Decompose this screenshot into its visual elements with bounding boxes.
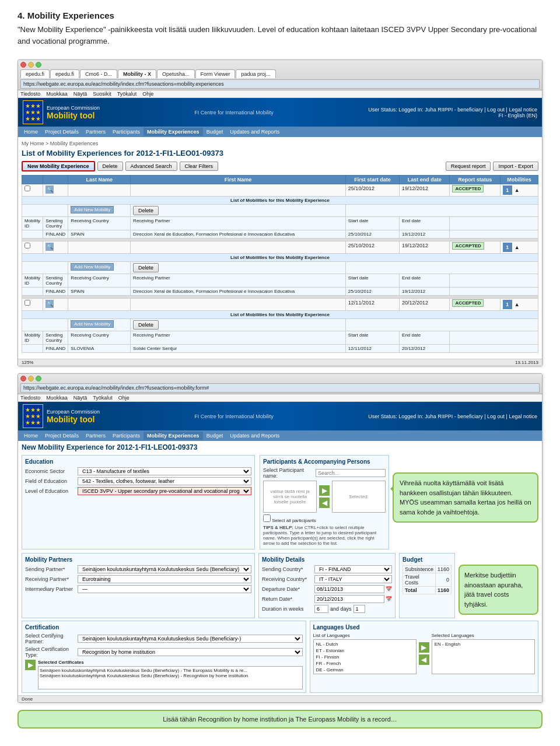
row1-checkbox[interactable] bbox=[24, 185, 30, 191]
row2-up-arrow[interactable]: ▲ bbox=[514, 244, 520, 250]
level-of-education-select[interactable]: ISCED 3VPV - Upper secondary pre-vocatio… bbox=[78, 487, 251, 495]
tab-2[interactable]: epedu.fi bbox=[50, 69, 79, 78]
nav2-home[interactable]: Home bbox=[20, 432, 41, 440]
menu-muokkaa-2[interactable]: Muokkaa bbox=[46, 395, 68, 401]
sending-partner-select[interactable]: Seinäjoen koulutuskuntayhtymä Koulutuske… bbox=[78, 565, 251, 573]
tab-5[interactable]: Opetusha... bbox=[157, 69, 195, 78]
advanced-search-btn[interactable]: Advanced Search bbox=[125, 162, 177, 171]
lang-selected-list[interactable]: EN - English bbox=[432, 639, 535, 674]
menu-muokkaa[interactable]: Muokkaa bbox=[46, 91, 68, 97]
lang-nl[interactable]: NL - Dutch bbox=[315, 641, 415, 647]
lang-fi[interactable]: FI - Finnish bbox=[315, 654, 415, 660]
cert-type-select[interactable]: Recognition by home institution bbox=[78, 648, 303, 656]
receiving-partner-select[interactable]: Eurotraining bbox=[78, 575, 251, 583]
row3-search-icon[interactable]: 🔍 bbox=[46, 300, 54, 308]
clear-filters-btn[interactable]: Clear Filters bbox=[180, 162, 219, 171]
nav-mobility-experiences[interactable]: Mobility Experiences bbox=[144, 128, 203, 136]
tab-3[interactable]: Cmo6 - D... bbox=[80, 69, 117, 78]
close-btn-2[interactable] bbox=[20, 376, 26, 381]
lang-et[interactable]: ET - Estonian bbox=[315, 647, 415, 654]
sending-partner-label: Sending Partner* bbox=[25, 566, 78, 572]
menu-suosikit[interactable]: Suosikit bbox=[93, 91, 111, 97]
lang-available-list[interactable]: NL - Dutch ET - Estonian FI - Finnish FR… bbox=[313, 639, 416, 674]
nav2-updates-reports[interactable]: Updates and Reports bbox=[226, 432, 283, 440]
add-mobility-btn-1[interactable]: Add New Mobility bbox=[71, 206, 114, 213]
departure-date-input[interactable] bbox=[314, 585, 384, 593]
menu-nayta-2[interactable]: Näytä bbox=[74, 395, 88, 401]
nav-participants[interactable]: Participants bbox=[109, 128, 144, 136]
add-cert-btn[interactable]: ▶ bbox=[25, 660, 36, 670]
menu-ohje[interactable]: Ohje bbox=[142, 91, 153, 97]
participants-selected-list[interactable]: Selected: bbox=[332, 481, 386, 513]
menu-tiedosto-2[interactable]: Tiedosto bbox=[20, 395, 40, 401]
lang-fr[interactable]: FR - French bbox=[315, 660, 415, 667]
sending-country-select[interactable]: FI - FINLAND bbox=[314, 565, 392, 573]
participant-search-input[interactable] bbox=[316, 469, 386, 477]
return-date-input[interactable] bbox=[314, 595, 384, 603]
return-calendar-icon[interactable]: 📅 bbox=[386, 596, 392, 602]
intermediary-partner-select[interactable]: — bbox=[78, 585, 251, 593]
duration-weeks-input[interactable] bbox=[314, 605, 328, 613]
duration-days-input[interactable] bbox=[354, 605, 365, 613]
tab-1[interactable]: epedu.fi bbox=[20, 69, 50, 78]
lang-en[interactable]: EN - English bbox=[433, 641, 533, 647]
maximize-btn[interactable] bbox=[36, 62, 41, 68]
add-lang-btn[interactable]: ▶ bbox=[419, 642, 429, 653]
nav-updates-reports[interactable]: Updates and Reports bbox=[226, 128, 283, 136]
tab-7[interactable]: padua proj... bbox=[236, 69, 275, 78]
tab-6[interactable]: Form Viewer bbox=[195, 69, 236, 78]
add-mobility-btn-2[interactable]: Add New Mobility bbox=[71, 263, 114, 271]
remove-participant-btn[interactable]: ◀ bbox=[319, 498, 330, 508]
row3-up-arrow[interactable]: ▲ bbox=[514, 302, 520, 307]
section-header: 4. Mobility Experiences "New Mobility Ex… bbox=[0, 0, 560, 52]
nav-budget[interactable]: Budget bbox=[203, 128, 227, 136]
menu-ohje-2[interactable]: Ohje bbox=[118, 395, 130, 401]
delete-sub-3[interactable]: Delete bbox=[133, 320, 159, 330]
import-export-btn[interactable]: Import - Export bbox=[493, 162, 538, 171]
nav2-budget[interactable]: Budget bbox=[203, 432, 227, 440]
maximize-btn-2[interactable] bbox=[36, 376, 41, 381]
select-all-checkbox[interactable] bbox=[263, 514, 271, 522]
sub-cols-2: Mobility ID Sending Country Receiving Co… bbox=[22, 274, 538, 288]
add-participant-btn[interactable]: ▶ bbox=[319, 485, 330, 496]
nav2-partners[interactable]: Partners bbox=[82, 432, 109, 440]
delete-sub-2[interactable]: Delete bbox=[133, 263, 159, 272]
address-bar-1[interactable]: https://webgate.ec.europa.eu/eac/mobilit… bbox=[20, 79, 540, 89]
economic-sector-select[interactable]: C13 - Manufacture of textiles bbox=[78, 467, 251, 475]
row2-checkbox[interactable] bbox=[24, 243, 30, 248]
certifying-partner-select[interactable]: Seinäjoen koulutuskuntayhtymä Koulutuske… bbox=[78, 635, 303, 643]
menu-tyokalut[interactable]: Työkalut bbox=[117, 91, 137, 97]
add-mobility-btn-3[interactable]: Add New Mobility bbox=[71, 320, 114, 328]
menu-nayta[interactable]: Näytä bbox=[74, 91, 88, 97]
nav2-mobility-experiences[interactable]: Mobility Experiences bbox=[144, 432, 203, 440]
receiving-country-select[interactable]: IT - ITALY bbox=[314, 575, 392, 583]
row3-checkbox[interactable] bbox=[24, 300, 30, 306]
nav2-participants[interactable]: Participants bbox=[109, 432, 144, 440]
remove-lang-btn[interactable]: ◀ bbox=[419, 654, 429, 665]
minimize-btn-2[interactable] bbox=[28, 376, 34, 381]
menu-tiedosto[interactable]: Tiedosto bbox=[20, 91, 40, 97]
lang-el[interactable]: EL - Greek bbox=[315, 673, 415, 674]
close-btn[interactable] bbox=[20, 62, 26, 68]
tab-4-active[interactable]: Mobility - X bbox=[118, 69, 156, 78]
field-of-education-select[interactable]: 542 - Textiles, clothes, footwear, leath… bbox=[78, 477, 251, 485]
sub-delete-1[interactable]: Delete bbox=[131, 205, 346, 217]
request-report-btn[interactable]: Request report bbox=[446, 162, 491, 171]
nav-home[interactable]: Home bbox=[20, 128, 41, 136]
nav2-project-details[interactable]: Project Details bbox=[41, 432, 82, 440]
departure-calendar-icon[interactable]: 📅 bbox=[386, 586, 392, 592]
minimize-btn[interactable] bbox=[28, 62, 34, 68]
delete-btn[interactable]: Delete bbox=[97, 162, 123, 171]
row2-search-icon[interactable]: 🔍 bbox=[46, 243, 54, 251]
participants-available-list[interactable]: valitse tästä nimi ja siirrä se nuolella… bbox=[263, 481, 317, 513]
lang-de[interactable]: DE - German bbox=[315, 667, 415, 673]
new-mobility-btn[interactable]: New Mobility Experience bbox=[22, 161, 95, 171]
nav-project-details[interactable]: Project Details bbox=[41, 128, 82, 136]
menu-tyokalut-2[interactable]: Työkalut bbox=[93, 395, 113, 401]
callout-bubble-1: Vihreää nuolta käyttämällä voit lisätä h… bbox=[393, 472, 538, 523]
row1-up-arrow[interactable]: ▲ bbox=[514, 187, 520, 193]
nav-partners[interactable]: Partners bbox=[82, 128, 109, 136]
address-bar-2[interactable]: https://webgate.ec.europa.eu/eac/mobilit… bbox=[20, 383, 540, 393]
return-date-field: Return Date* 📅 bbox=[262, 595, 392, 603]
row1-search-icon[interactable]: 🔍 bbox=[46, 185, 54, 194]
